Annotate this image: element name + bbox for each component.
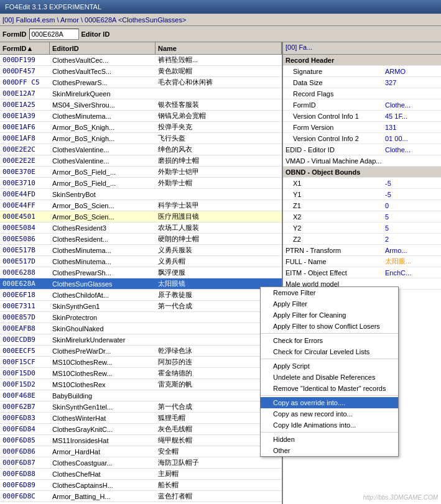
detail-row[interactable]: VMAD - Virtual Machine Adap... <box>283 155 441 167</box>
table-row[interactable]: 000F6D83 ClothesWinterHat 狐狸毛帽 <box>0 413 282 424</box>
detail-row[interactable]: FULL - Name 太阳眼... <box>283 256 441 267</box>
table-row[interactable]: 000ECDB9 SkinMirelurkUnderwater <box>0 334 282 346</box>
record-name: 裤裆坠毁帽... <box>156 55 282 65</box>
table-row[interactable]: 000F6D85 MS11IronsidesHat 绳甲舰长帽 <box>0 435 282 446</box>
formid-label: FormID <box>2 30 27 38</box>
table-row[interactable]: 000E3710 Armor_BoS_Field_... 外勤学士帽 <box>0 178 282 189</box>
detail-value: EnchC... <box>383 267 441 278</box>
table-row[interactable]: 000E370E Armor_BoS_Field_... 外勤学士铠甲 <box>0 167 282 178</box>
table-row[interactable]: 000E12A7 SkinMirelurkQueen <box>0 88 282 99</box>
col-header-name[interactable]: Name <box>156 42 282 54</box>
record-formid: 000E1AF8 <box>0 133 50 144</box>
table-row[interactable]: 000DF199 ClothesVaultCec... 裤裆坠毁帽... <box>0 55 282 66</box>
context-menu-item[interactable]: Check for Circular Leveled Lists <box>261 346 398 357</box>
record-name: 银衣怪客服装 <box>156 99 282 110</box>
table-row[interactable]: 000F6D8C Armor_Batting_H... 蓝色打者帽 <box>0 491 282 502</box>
table-row[interactable]: 000E5084 ClothesResident3 农场工人服装 <box>0 222 282 234</box>
record-editorid: SkinGhoulNaked <box>50 323 156 334</box>
table-row[interactable]: 000E6288 ClothesPrewarSh... 飘浮便服 <box>0 267 282 278</box>
detail-row[interactable]: Form Version 131 <box>283 122 441 133</box>
table-row[interactable]: 000F6D86 Armor_HardHat 安全帽 <box>0 446 282 457</box>
detail-row[interactable]: X1 -5 <box>283 178 441 189</box>
record-editorid: Armor_HardHat <box>50 446 156 457</box>
detail-row[interactable]: Data Size 327 <box>283 77 441 88</box>
table-row[interactable]: 000EECF5 ClothesPreWarDr... 乾淨绿色泳 <box>0 346 282 357</box>
table-row[interactable]: 000E1AF8 Armor_BoS_Knigh... 飞行头盔 <box>0 133 282 144</box>
detail-row[interactable]: PTRN - Transform Armo... <box>283 245 441 256</box>
table-row[interactable]: 000E6F18 ClothesChildofAt... 原子教徒服 <box>0 290 282 301</box>
record-formid: 000DFF C5 <box>0 77 50 88</box>
context-menu-item[interactable]: Apply Script <box>261 360 398 372</box>
table-row[interactable]: 000F6D88 ClothesChefHat 主厨帽 <box>0 469 282 480</box>
record-formid: 000F6D83 <box>0 413 50 423</box>
detail-row[interactable]: EDID - Editor ID Clothe... <box>283 144 441 155</box>
context-menu-item[interactable]: Apply Filter to show Conflict Losers <box>261 321 398 332</box>
detail-value: 5 <box>383 211 441 222</box>
table-row[interactable]: 000F6D89 ClothesCaptainsH... 船长帽 <box>0 480 282 491</box>
table-row[interactable]: 000E7311 SkinSynthGen1 第一代合成 <box>0 301 282 312</box>
table-row[interactable]: 000F15D2 MS10ClothesRex 雷克斯的帆 <box>0 379 282 390</box>
detail-row[interactable]: Y1 -5 <box>283 189 441 200</box>
context-menu-item[interactable]: Undelete and Disable References <box>261 372 398 383</box>
formid-input[interactable] <box>29 29 79 40</box>
context-menu-item[interactable]: Other <box>261 445 398 456</box>
context-menu-item[interactable]: Copy as new record into... <box>261 408 398 419</box>
context-menu-item[interactable]: Copy Idle Animations into... <box>261 419 398 431</box>
table-row[interactable]: 000F468E BabyBuilding <box>0 390 282 401</box>
detail-row[interactable]: Record Flags <box>283 88 441 99</box>
detail-label: Y2 <box>283 222 383 233</box>
detail-row[interactable]: Version Control Info 1 45 1F... <box>283 111 441 122</box>
record-name: 投弹手夹克 <box>156 122 282 132</box>
context-menu-item[interactable]: Check for Errors <box>261 335 398 346</box>
col-header-formid[interactable]: FormID ▲ <box>0 42 50 54</box>
record-editorid: ClothesMinutema... <box>50 256 156 267</box>
table-row[interactable]: 000DFF C5 ClothesPrewarS... 毛衣背心和休闲裤 <box>0 77 282 88</box>
detail-value: -5 <box>383 189 441 199</box>
table-row[interactable]: 000F15CF MS10ClothesRew... 阿加莎的连 <box>0 357 282 368</box>
record-list[interactable]: 000DF199 ClothesVaultCec... 裤裆坠毁帽... 000… <box>0 55 282 504</box>
table-row[interactable]: 000E517B ClothesMinutema... 义勇兵服装 <box>0 245 282 256</box>
detail-value: 01 00... <box>383 133 441 144</box>
table-row[interactable]: 000E5086 ClothesResident... 硬朗的绅士帽 <box>0 234 282 245</box>
context-menu-item[interactable]: Copy as override into.... <box>261 397 398 408</box>
detail-value: 45 1F... <box>383 111 441 121</box>
record-formid: 000F468E <box>0 390 50 401</box>
table-row[interactable]: 000E628A ClothesSunGlasses 太阳眼镜 <box>0 278 282 290</box>
detail-row[interactable]: EITM - Object Effect EnchC... <box>283 267 441 278</box>
record-editorid: SkinMirelurkQueen <box>50 88 156 99</box>
table-row[interactable]: 000E1A25 MS04_SilverShrou... 银衣怪客服装 <box>0 99 282 111</box>
table-row[interactable]: 000F62B7 SkinSynthGen1tel... 第一代合成 <box>0 401 282 413</box>
col-header-editorid[interactable]: EditorID <box>50 42 156 54</box>
context-menu-item[interactable]: Apply Filter for Cleaning <box>261 309 398 321</box>
detail-row[interactable]: Version Control Info 2 01 00... <box>283 133 441 144</box>
detail-row[interactable]: FormID Clothe... <box>283 99 441 111</box>
table-row[interactable]: 000E2E2E ClothesValentine... 磨损的绅士帽 <box>0 155 282 167</box>
record-formid: 000E44FF <box>0 200 50 211</box>
table-row[interactable]: 000F15D0 MS10ClothesRew... 霍金纳德的 <box>0 368 282 379</box>
table-row[interactable]: 000E4501 Armor_BoS_Scien... 医疗用護目镜 <box>0 211 282 222</box>
table-row[interactable]: 000E44FD SkinSentryBot <box>0 189 282 200</box>
detail-row[interactable]: Y2 5 <box>283 222 441 234</box>
table-row[interactable]: 000F6D84 ClothesGrayKnitC... 灰色毛线帽 <box>0 424 282 435</box>
table-row[interactable]: 000EAFB8 SkinGhoulNaked <box>0 323 282 334</box>
record-editorid: Armor_BoS_Knigh... <box>50 133 156 144</box>
context-menu-item[interactable]: Apply Filter <box>261 298 398 309</box>
table-row[interactable]: 000E857D SkinProtectron <box>0 312 282 323</box>
table-row[interactable]: 000E1AF6 Armor_BoS_Knigh... 投弹手夹克 <box>0 122 282 133</box>
context-menu-item[interactable]: Remove "Identical to Master" records <box>261 383 398 394</box>
detail-label: X1 <box>283 178 383 188</box>
table-row[interactable]: 000E44FF Armor_BoS_Scien... 科学学士装甲 <box>0 200 282 211</box>
table-row[interactable]: 000DF457 ClothesVaultTecS... 黄色款呢帽 <box>0 66 282 77</box>
detail-row[interactable]: Z1 0 <box>283 200 441 211</box>
detail-label: EITM - Object Effect <box>283 267 383 278</box>
context-menu-item[interactable]: Hidden <box>261 434 398 445</box>
detail-row[interactable]: Signature ARMO <box>283 66 441 77</box>
detail-row[interactable]: X2 5 <box>283 211 441 222</box>
table-row[interactable]: 000F6D87 ClothesCoastguar... 海防卫队帽子 <box>0 457 282 469</box>
table-row[interactable]: 000E2E2C ClothesValentine... 绅色的风衣 <box>0 144 282 155</box>
detail-row[interactable]: Z2 2 <box>283 234 441 245</box>
table-row[interactable]: 000E1A39 ClothesMinutema... 钢镐兄弟会宽帽 <box>0 111 282 122</box>
detail-label: Record Flags <box>283 88 383 99</box>
context-menu-item[interactable]: Remove Filter <box>261 287 398 298</box>
table-row[interactable]: 000E517D ClothesMinutema... 义勇兵帽 <box>0 256 282 267</box>
